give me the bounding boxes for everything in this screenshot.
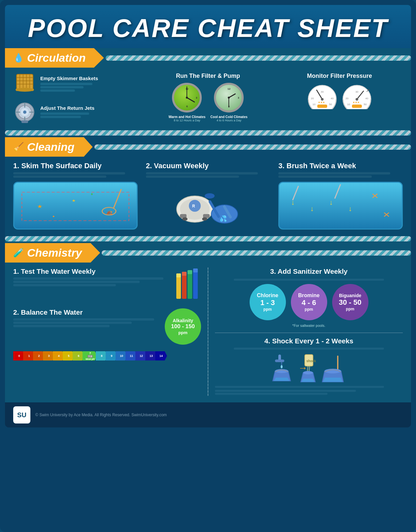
svg-rect-71 <box>182 272 187 299</box>
pressure-title: Monitor Filter Pressure <box>276 73 403 79</box>
chemistry-header: 🧪 Chemistry <box>5 243 411 263</box>
skim-title: 1. Skim The Surface Daily <box>13 162 102 170</box>
shock-title: 4. Shock Every 1 - 2 Weeks <box>215 337 403 345</box>
brush-title: 3. Brush Twice a Week <box>278 162 356 170</box>
svg-text:40: 40 <box>365 97 368 100</box>
rope-2 <box>5 130 411 136</box>
title-section: POOL CARE CHEAT SHEET <box>5 5 411 48</box>
filter-pump-col: Run The Filter & Pump 12 6 3 <box>145 73 271 124</box>
circulation-title: Circulation <box>27 51 86 64</box>
cleaning-section: 🧹 Cleaning 1. Skim The Surface Daily <box>5 130 411 236</box>
su-logo: SU <box>13 406 30 423</box>
svg-rect-61 <box>279 183 402 229</box>
svg-rect-72 <box>188 271 192 299</box>
svg-rect-79 <box>275 360 284 362</box>
alkalinity-value: 100 - 150 <box>171 323 195 330</box>
svg-rect-18 <box>21 120 28 123</box>
svg-text:✕: ✕ <box>383 211 391 219</box>
cleaning-title: Cleaning <box>27 141 75 153</box>
shock-packet: shock → <box>298 353 318 384</box>
clock-warm-sublabel: 8 to 12 Hours a Day <box>168 119 205 122</box>
svg-rect-73 <box>193 269 198 299</box>
clock-cool-sublabel: 4 to 6 Hours a Day <box>210 119 247 122</box>
chemistry-icon: 🧪 <box>13 248 24 258</box>
clock-cool-label: Cool and Cold Climates <box>210 115 247 119</box>
svg-text:★★★: ★★★ <box>353 101 360 104</box>
test-water-title: 1. Test The Water Weekly <box>13 267 171 275</box>
svg-text:40: 40 <box>330 97 333 100</box>
jets-label: Adjust The Return Jets <box>40 105 94 111</box>
skimmer-line-1 <box>40 83 92 85</box>
balance-water-title: 2. Balance The Water <box>13 308 161 316</box>
circulation-section: 💧 Circulation <box>5 48 411 130</box>
rope-decoration-2 <box>94 144 411 150</box>
ph-scale-container: 0 1 2 3 4 5 6 7 7.5 Ideal pH <box>13 351 201 360</box>
svg-text:✕: ✕ <box>371 192 379 200</box>
sanitizer-section: 3. Add Sanitizer Weekly Chlorine 1 - 3 p… <box>215 267 403 328</box>
skimmer-line-2 <box>40 86 84 88</box>
skimmer-basket-icon <box>13 73 36 96</box>
shock-bucket-1 <box>270 353 295 384</box>
skim-item: 1. Skim The Surface Daily <box>13 162 138 230</box>
bromine-circle: Bromine 4 - 6 ppm <box>291 284 327 320</box>
sanitizer-title: 3. Add Sanitizer Weekly <box>215 267 403 275</box>
chemistry-title: Chemistry <box>27 246 82 259</box>
svg-text:↗: ↗ <box>366 88 370 93</box>
svg-point-27 <box>321 98 324 101</box>
alkalinity-label: Alkalinity <box>173 318 193 323</box>
test-strips-icon <box>175 267 201 302</box>
saltwater-note: *For saltwater pools. <box>215 324 403 328</box>
svg-rect-0 <box>17 74 33 89</box>
return-jets-icon <box>13 101 36 124</box>
cleaning-header: 🧹 Cleaning <box>5 137 411 157</box>
svg-text:30: 30 <box>355 90 358 93</box>
rope-decoration-3 <box>102 250 411 256</box>
skim-pool-illustration: ★ ★ 🍂 ● ♦ <box>13 182 138 230</box>
footer-text: © Swim University by Ace Media. All Righ… <box>35 413 167 417</box>
svg-point-59 <box>202 217 207 221</box>
clock-cool: 12 6 3 Cool and Cold Climates 4 to 6 Hou… <box>210 83 247 122</box>
svg-text:↓: ↓ <box>348 205 353 212</box>
svg-rect-39 <box>352 105 362 108</box>
svg-rect-40 <box>14 183 137 229</box>
svg-text:10: 10 <box>347 103 350 106</box>
cleaning-icon: 🧹 <box>13 142 24 152</box>
filter-pump-title: Run The Filter & Pump <box>145 73 271 79</box>
vacuum-item: 2. Vacuum Weekly R <box>146 162 270 230</box>
circulation-header: 💧 Circulation <box>5 48 411 68</box>
test-water: 1. Test The Water Weekly <box>13 267 201 302</box>
alkalinity-circle: Alkalinity 100 - 150 ppm <box>165 308 201 345</box>
svg-rect-76 <box>188 270 192 274</box>
svg-text:↓: ↓ <box>310 205 314 212</box>
alkalinity-unit: ppm <box>178 330 187 335</box>
svg-line-85 <box>307 366 308 371</box>
svg-text:↓: ↓ <box>329 199 333 206</box>
svg-text:●: ● <box>52 214 55 218</box>
svg-text:★★★: ★★★ <box>318 101 325 104</box>
svg-line-86 <box>309 366 310 371</box>
circulation-icon: 💧 <box>13 53 24 63</box>
svg-text:R: R <box>192 204 195 208</box>
svg-point-81 <box>281 365 283 368</box>
svg-text:shock: shock <box>306 359 316 363</box>
biguanide-circle: Biguanide 30 - 50 ppm <box>332 284 368 320</box>
chemistry-left: 1. Test The Water Weekly <box>13 267 201 396</box>
vacuum-title: 2. Vacuum Weekly <box>146 162 209 170</box>
svg-rect-77 <box>193 268 198 272</box>
gauge-2: 30 40 20 10 50 ★★★ ↗ <box>342 83 372 110</box>
svg-text:50: 50 <box>364 103 366 106</box>
vertical-divider <box>208 267 208 396</box>
shock-section: 4. Shock Every 1 - 2 Weeks <box>215 332 403 395</box>
svg-text:50: 50 <box>329 103 332 106</box>
skimmer-line-3 <box>40 89 75 92</box>
svg-text:💦: 💦 <box>220 215 227 222</box>
chlorine-circle: Chlorine 1 - 3 ppm <box>250 284 286 320</box>
vacuum-illustration: R 💦 <box>146 182 270 230</box>
clock-warm-label: Warm and Hot Climates <box>168 115 205 119</box>
svg-rect-74 <box>176 273 181 277</box>
chemistry-section: 🧪 Chemistry 1. Test The Water Weekly <box>5 236 411 402</box>
gauge-1: 30 40 20 10 50 ★★★ <box>307 83 337 110</box>
svg-text:30: 30 <box>321 90 324 93</box>
brush-pool-illustration: ↓ ↓ ↓ ↓ ✕ ✕ <box>278 182 403 230</box>
svg-text:10: 10 <box>312 103 315 106</box>
